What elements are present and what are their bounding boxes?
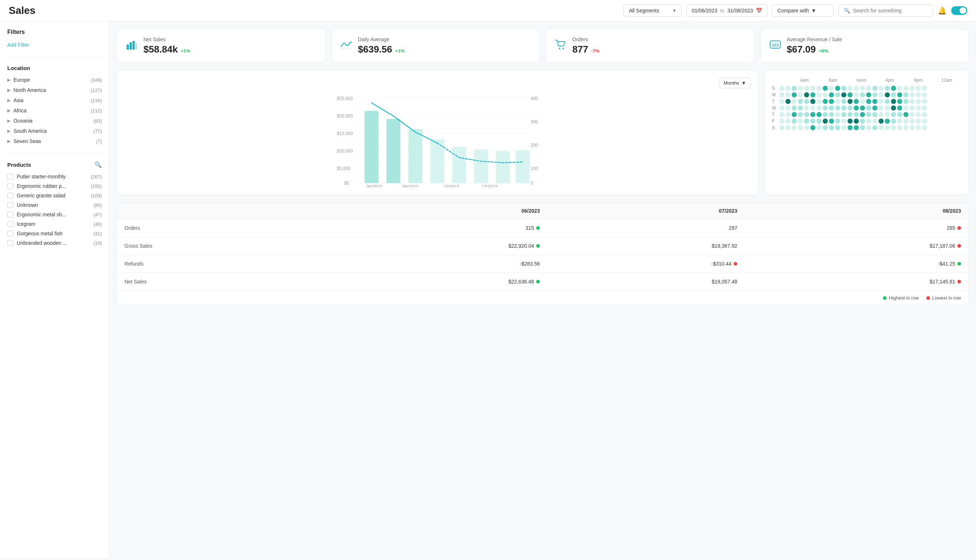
metric-value: $67.09 +9%	[787, 44, 843, 55]
location-name: Asia	[13, 97, 23, 103]
heatmap-dot	[804, 92, 809, 97]
table-row-label: Net Sales	[117, 273, 324, 291]
product-item: Ergonomic metal sh... (47)	[7, 210, 102, 219]
heatmap-dot	[885, 118, 890, 124]
heatmap-dot	[823, 86, 828, 91]
heatmap-dot	[916, 86, 921, 91]
location-item[interactable]: ▶ Africa (112)	[7, 105, 102, 116]
heatmap-dot	[786, 118, 791, 124]
heatmap-dot	[798, 118, 803, 124]
product-checkbox[interactable]	[7, 212, 13, 217]
products-search-icon[interactable]: 🔍	[95, 161, 102, 168]
heatmap-dot	[909, 125, 915, 130]
green-indicator	[958, 262, 961, 266]
heatmap-dot	[835, 105, 840, 110]
add-filter-button[interactable]: Add Filter	[7, 40, 29, 50]
search-bar[interactable]: 🔍	[838, 4, 933, 17]
heatmap-dot	[848, 99, 853, 104]
heatmap-dot	[897, 105, 902, 110]
table-header: 06/202307/202308/2023	[117, 203, 968, 219]
heatmap-dot	[891, 125, 896, 130]
table-row-label: Refunds	[117, 255, 324, 273]
location-item[interactable]: ▶ Seven Seas (7)	[7, 136, 102, 146]
product-checkbox[interactable]	[7, 183, 13, 189]
compare-selector[interactable]: Compare with ▼	[772, 4, 834, 17]
day-label: S	[772, 86, 779, 91]
heatmap-dot	[916, 112, 921, 117]
product-checkbox[interactable]	[7, 174, 13, 180]
heatmap-dot	[854, 86, 859, 91]
dots-container	[779, 92, 961, 97]
date-range-picker[interactable]: 01/06/2023 to 31/08/2023 📅	[686, 4, 767, 17]
product-checkbox[interactable]	[7, 240, 13, 246]
svg-text:12/2023: 12/2023	[481, 184, 497, 188]
heatmap-dot	[885, 99, 890, 104]
heatmap-dot	[823, 118, 828, 124]
lowest-dot	[926, 296, 930, 300]
dots-container	[779, 86, 961, 91]
product-checkbox[interactable]	[7, 221, 13, 227]
svg-rect-28	[409, 129, 422, 183]
heatmap-dot	[841, 99, 846, 104]
product-count: (19)	[90, 240, 102, 246]
table-cell: $22,920.04	[324, 237, 547, 255]
product-checkbox[interactable]	[7, 193, 13, 198]
cell-value: 265	[947, 225, 955, 231]
metric-change: +1%	[181, 48, 190, 53]
heatmap-dot	[866, 118, 871, 124]
svg-text:08/2023: 08/2023	[402, 184, 418, 188]
notification-bell-icon[interactable]: 🔔	[938, 6, 947, 15]
table-cell: 315	[324, 219, 547, 237]
highest-dot	[883, 296, 887, 300]
product-checkbox[interactable]	[7, 230, 13, 237]
heatmap-dot	[903, 99, 908, 104]
heatmap-dot	[854, 105, 859, 110]
location-item[interactable]: ▶ North America (127)	[7, 85, 102, 95]
heatmap-row: T	[772, 112, 961, 117]
location-count: (83)	[93, 118, 102, 124]
heatmap-dot	[854, 112, 859, 117]
location-name: South America	[13, 128, 47, 134]
theme-toggle[interactable]	[951, 6, 967, 15]
heatmap-dot	[829, 99, 834, 104]
heatmap-dot	[891, 118, 896, 124]
heatmap-dot	[841, 92, 846, 97]
product-checkbox[interactable]	[7, 202, 13, 208]
heatmap-dot	[916, 99, 921, 104]
heatmap-dot	[891, 105, 896, 110]
cell-value: $22,636.48	[509, 279, 534, 285]
dots-container	[779, 112, 961, 117]
time-label: 8am	[819, 78, 847, 83]
heatmap-dot	[879, 99, 884, 104]
location-item[interactable]: ▶ Asia (116)	[7, 95, 102, 105]
heatmap-dot	[903, 92, 908, 97]
svg-rect-32	[496, 151, 510, 183]
heatmap-row: M	[772, 92, 961, 97]
heatmap-dot	[879, 105, 884, 110]
sidebar-divider	[7, 57, 102, 58]
heatmap-dot	[922, 118, 927, 124]
main-layout: Filters Add Filter Location ▶ Europe (34…	[0, 22, 976, 558]
segment-selector[interactable]: All Segments ▼	[623, 4, 682, 17]
table-cell: $17,187.06	[744, 237, 968, 255]
heatmap-dot	[903, 86, 908, 91]
location-item[interactable]: ▶ South America (77)	[7, 126, 102, 136]
heatmap-dot	[866, 112, 871, 117]
heatmap-dot	[823, 125, 828, 130]
table-cell: $17,145.81	[744, 273, 968, 291]
expand-arrow-icon: ▶	[7, 98, 11, 103]
metric-value: $58.84k +1%	[143, 44, 190, 55]
location-name: North America	[13, 87, 46, 93]
period-selector[interactable]: Months ▼	[719, 78, 751, 88]
lowest-legend: Lowest in row	[926, 295, 961, 301]
heatmap-dot	[835, 112, 840, 117]
cell-with-indicator: $22,920.04	[331, 243, 540, 249]
product-item: Gorgeous metal fish (41)	[7, 229, 102, 238]
cell-value: $17,145.81	[930, 279, 955, 285]
location-item[interactable]: ▶ Europe (349)	[7, 75, 102, 85]
red-indicator	[958, 226, 961, 230]
location-item[interactable]: ▶ Oceania (83)	[7, 116, 102, 126]
search-input[interactable]	[853, 8, 928, 13]
heatmap-dot	[909, 112, 915, 117]
table-row: Orders315297265	[117, 219, 968, 237]
